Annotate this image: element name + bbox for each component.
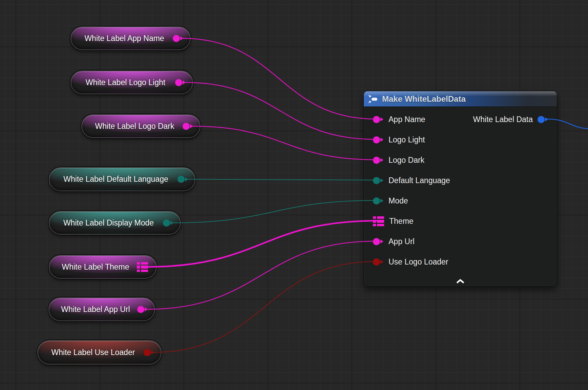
- wire-string[interactable]: [184, 82, 376, 139]
- wire-string[interactable]: [192, 126, 376, 160]
- enum-pin-icon[interactable]: [177, 176, 188, 183]
- wire-bool[interactable]: [153, 261, 376, 352]
- make-struct-icon: [368, 94, 378, 104]
- enum-pin-icon[interactable]: [373, 197, 383, 204]
- wire-enum[interactable]: [187, 179, 376, 180]
- wire-string[interactable]: [146, 241, 376, 309]
- struct-pin-icon[interactable]: [373, 216, 384, 226]
- input-pin-label: Logo Dark: [388, 156, 424, 165]
- variable-node-white-label-default-language[interactable]: White Label Default Language: [49, 167, 195, 191]
- string-pin-icon[interactable]: [373, 136, 383, 143]
- node-header[interactable]: Make WhiteLabelData: [364, 91, 557, 107]
- bool-pin-icon[interactable]: [144, 349, 154, 356]
- input-pin-label: Use Logo Loader: [388, 257, 448, 267]
- variable-pill-label: White Label Logo Light: [71, 78, 175, 87]
- node-title: Make WhiteLabelData: [382, 94, 466, 104]
- variable-node-white-label-app-name[interactable]: White Label App Name: [70, 26, 191, 50]
- collapse-node-chevron-icon[interactable]: [455, 278, 465, 284]
- variable-pill-label: White Label App Url: [49, 305, 137, 314]
- node-output-row: White Label Data: [473, 109, 557, 130]
- variable-node-white-label-logo-dark[interactable]: White Label Logo Dark: [81, 114, 201, 138]
- input-pin-label: Mode: [388, 196, 408, 206]
- struct-output-pin-icon[interactable]: [538, 116, 548, 123]
- input-pin-label: App Url: [388, 237, 415, 246]
- string-pin-icon[interactable]: [373, 238, 383, 245]
- variable-node-white-label-theme[interactable]: White Label Theme: [49, 255, 157, 279]
- wire-struct[interactable]: [146, 221, 378, 267]
- enum-pin-icon[interactable]: [373, 177, 383, 184]
- input-pin-label: Logo Light: [388, 135, 425, 144]
- input-pin-row-app-name: App Name: [364, 109, 450, 130]
- input-pin-row-theme: Theme: [364, 211, 450, 231]
- input-pin-row-mode: Mode: [364, 191, 450, 211]
- variable-node-white-label-logo-light[interactable]: White Label Logo Light: [70, 71, 193, 94]
- input-pin-row-logo-dark: Logo Dark: [364, 150, 450, 170]
- input-pin-label: App Name: [388, 115, 425, 124]
- variable-pill-label: White Label App Name: [71, 34, 173, 43]
- variable-pill-label: White Label Default Language: [49, 175, 177, 184]
- blueprint-graph-canvas[interactable]: White Label App NameWhite Label Logo Lig…: [0, 0, 588, 390]
- string-pin-icon[interactable]: [137, 306, 148, 313]
- enum-pin-icon[interactable]: [163, 219, 173, 227]
- input-pin-label: Default Language: [388, 176, 450, 185]
- input-pin-row-logo-light: Logo Light: [364, 130, 450, 150]
- variable-node-white-label-display-mode[interactable]: White Label Display Mode: [49, 211, 181, 235]
- string-pin-icon[interactable]: [373, 116, 383, 123]
- wire-enum[interactable]: [172, 200, 376, 223]
- input-pin-row-use-logo-loader: Use Logo Loader: [364, 252, 450, 272]
- output-pin-label: White Label Data: [473, 115, 533, 124]
- string-pin-icon[interactable]: [175, 79, 186, 86]
- string-pin-icon[interactable]: [173, 35, 183, 42]
- input-pin-row-default-language: Default Language: [364, 170, 450, 191]
- node-input-pins: App NameLogo LightLogo DarkDefault Langu…: [364, 109, 450, 272]
- make-whitelabeldata-node[interactable]: Make WhiteLabelData App NameLogo LightLo…: [363, 91, 557, 287]
- variable-pill-label: White Label Display Mode: [49, 218, 163, 228]
- variable-pill-label: White Label Use Loader: [38, 348, 144, 357]
- variable-node-white-label-use-loader[interactable]: White Label Use Loader: [37, 340, 162, 365]
- struct-pin-icon[interactable]: [137, 262, 148, 272]
- wire-string[interactable]: [182, 38, 376, 119]
- input-pin-row-app-url: App Url: [364, 231, 450, 252]
- input-pin-label: Theme: [389, 217, 414, 226]
- variable-pill-label: White Label Theme: [49, 262, 137, 272]
- bool-pin-icon[interactable]: [373, 258, 383, 266]
- variable-node-white-label-app-url[interactable]: White Label App Url: [48, 297, 155, 321]
- string-pin-icon[interactable]: [373, 157, 383, 164]
- variable-pill-label: White Label Logo Dark: [82, 122, 183, 131]
- string-pin-icon[interactable]: [183, 123, 193, 130]
